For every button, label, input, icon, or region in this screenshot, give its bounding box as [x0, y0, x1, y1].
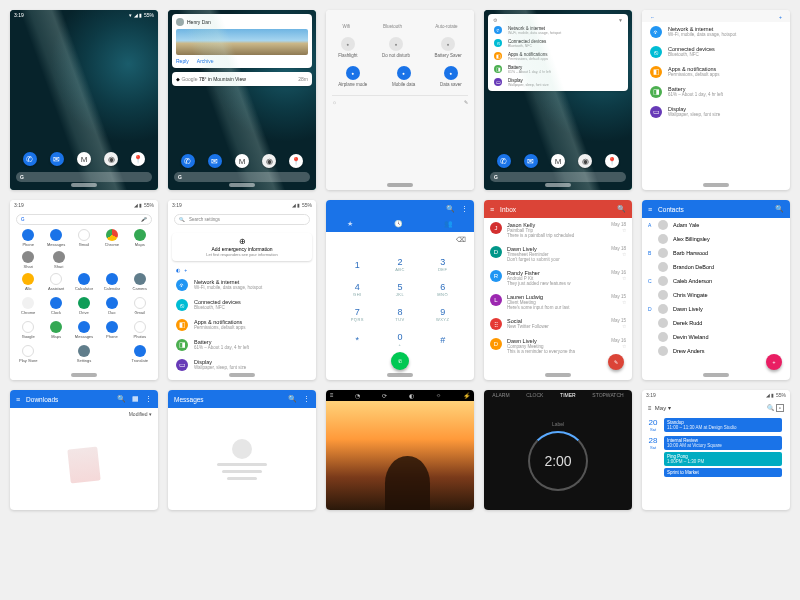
mail-item[interactable]: DDawn LivelyTimesheet ReminderDon't forg…: [484, 242, 632, 266]
app-gmail[interactable]: Gmail: [72, 229, 96, 247]
settings-item[interactable]: ▭DisplayWallpaper, sleep, font size: [168, 355, 316, 375]
archive-action[interactable]: Archive: [197, 58, 214, 64]
app-calculator[interactable]: Calculator: [72, 273, 96, 291]
settings-item[interactable]: ◧Apps & notificationsPermissions, defaul…: [642, 62, 790, 82]
dock-app-maps[interactable]: 📍: [131, 152, 145, 166]
mail-item[interactable]: LLauren LudwigClient MeetingHere's some …: [484, 290, 632, 314]
contact-item[interactable]: Brandon DeBord: [642, 260, 790, 274]
search-icon[interactable]: 🔍: [446, 205, 455, 213]
dialkey-0[interactable]: 0+: [379, 327, 422, 352]
motion-icon[interactable]: ◐: [409, 392, 414, 399]
app-assistant[interactable]: Assistant: [44, 273, 68, 291]
calendar-event[interactable]: Internal Review10:00 AM at Victory Squar…: [664, 436, 782, 450]
settings-item[interactable]: ⎋Connected devicesBluetooth, NFC: [490, 37, 626, 50]
dialkey-6[interactable]: 6MNO: [421, 277, 464, 302]
app-translate[interactable]: Translate: [128, 345, 152, 363]
sort-dropdown[interactable]: Modified ▾: [129, 411, 152, 417]
call-button[interactable]: ✆: [391, 352, 409, 370]
menu-icon[interactable]: ≡: [648, 405, 652, 411]
dialkey-8[interactable]: 8TUV: [379, 302, 422, 327]
nav-pill[interactable]: [71, 373, 97, 377]
compose-fab[interactable]: ✎: [608, 354, 624, 370]
app-allo[interactable]: Allo: [16, 273, 40, 291]
search-icon[interactable]: 🔍: [617, 205, 626, 213]
contact-item[interactable]: BBarb Harwood: [642, 246, 790, 260]
dock-app-phone[interactable]: ✆: [497, 154, 511, 168]
dock-app-messages[interactable]: ✉: [50, 152, 64, 166]
settings-item[interactable]: ▭DisplayWallpaper, sleep, font size: [642, 102, 790, 122]
overflow-icon[interactable]: ⋮: [303, 395, 310, 403]
timer-label[interactable]: Label: [552, 421, 564, 427]
dialkey-9[interactable]: 9WXYZ: [421, 302, 464, 327]
timer-dial[interactable]: 2:00: [528, 431, 588, 491]
nav-pill[interactable]: [703, 183, 729, 187]
weather-card[interactable]: ◆ Google 78° in Mountain View 28m: [172, 72, 312, 86]
mail-item[interactable]: DDawn LivelyCompany MeetingThis is a rem…: [484, 334, 632, 358]
dock-app-gmail[interactable]: M: [551, 154, 565, 168]
settings-item[interactable]: ᯤNetwork & internetWi-Fi, mobile, data u…: [168, 275, 316, 295]
app-duo[interactable]: Duo: [100, 297, 124, 315]
hdr-icon[interactable]: ⟳: [382, 392, 387, 399]
drawer-search[interactable]: G 🎤: [16, 214, 152, 225]
settings-item[interactable]: ᯤNetwork & internetWi-Fi, mobile, data u…: [642, 22, 790, 42]
dock-app-phone[interactable]: ✆: [23, 152, 37, 166]
app-phone[interactable]: Phone: [100, 321, 124, 339]
dock-app-messages[interactable]: ✉: [524, 154, 538, 168]
settings-item[interactable]: ⎋Connected devicesBluetooth, NFC: [168, 295, 316, 315]
app-chrome[interactable]: Chrome: [100, 229, 124, 247]
mic-icon[interactable]: 🎤: [141, 217, 147, 222]
contact-item[interactable]: Alex Billingsley: [642, 232, 790, 246]
dock-app-gmail[interactable]: M: [235, 154, 249, 168]
dock-app-chrome[interactable]: ◉: [262, 154, 276, 168]
contact-item[interactable]: Derek Rudd: [642, 316, 790, 330]
mail-item[interactable]: JJason KellyPaintball TripThere is a pai…: [484, 218, 632, 242]
backspace-icon[interactable]: ⌫: [456, 236, 466, 244]
app-drive[interactable]: Drive: [72, 297, 96, 315]
overflow-icon[interactable]: ⋮: [145, 395, 152, 403]
google-search-pill[interactable]: G: [490, 172, 626, 182]
dock-app-gmail[interactable]: M: [77, 152, 91, 166]
nav-pill[interactable]: [71, 183, 97, 187]
qs-plane[interactable]: ●Airplane mode: [338, 66, 367, 87]
tab-alarm[interactable]: ALARM: [492, 392, 509, 398]
qs-flash[interactable]: ●Flashlight: [338, 37, 357, 58]
app-messages[interactable]: Messages: [72, 321, 96, 339]
app-phone[interactable]: Phone: [16, 229, 40, 247]
calendar-event[interactable]: Ping Pong1:00PM – 1:30 PM: [664, 452, 782, 466]
app-maps[interactable]: Maps: [128, 229, 152, 247]
search-icon[interactable]: 🔍: [775, 205, 784, 213]
contact-item[interactable]: Devin Wieland: [642, 330, 790, 344]
dock-app-chrome[interactable]: ◉: [578, 154, 592, 168]
contact-item[interactable]: AAdam Yale: [642, 218, 790, 232]
nav-pill[interactable]: [545, 373, 571, 377]
reply-action[interactable]: Reply: [176, 58, 189, 64]
dialkey-5[interactable]: 5JKL: [379, 277, 422, 302]
settings-overlay[interactable]: ⚙▼ ᯤNetwork & internetWi-Fi, mobile, dat…: [488, 14, 628, 91]
dock-app-maps[interactable]: 📍: [289, 154, 303, 168]
calendar-event[interactable]: Sprint to Market: [664, 468, 782, 477]
tab-stopwatch[interactable]: STOPWATCH: [592, 392, 623, 398]
calendar-event[interactable]: Standup11:00 – 11:30 AM at Design Studio: [664, 418, 782, 432]
suggested-contact[interactable]: Shari: [46, 251, 70, 269]
today-icon[interactable]: ▫: [776, 404, 784, 412]
menu-icon[interactable]: ≡: [648, 206, 652, 213]
settings-item[interactable]: ◧Apps & notificationsPermissions, defaul…: [168, 315, 316, 335]
search-icon[interactable]: 🔍: [288, 395, 297, 403]
camera-viewfinder[interactable]: [326, 401, 474, 510]
app-chrome[interactable]: Chrome: [16, 297, 40, 315]
contact-item[interactable]: CCaleb Anderson: [642, 274, 790, 288]
add-icon[interactable]: +: [779, 14, 782, 20]
search-icon[interactable]: 🔍: [767, 405, 774, 411]
app-photos[interactable]: Photos: [128, 321, 152, 339]
back-icon[interactable]: ←: [650, 14, 655, 20]
settings-search[interactable]: 🔍 Search settings: [174, 214, 310, 225]
view-icon[interactable]: ▦: [132, 395, 139, 403]
timer-icon[interactable]: ◔: [355, 392, 360, 399]
qs-batt[interactable]: ●Battery Saver: [434, 37, 461, 58]
mail-item[interactable]: ⠿SocialNew Twitter FollowerMay 15☆: [484, 314, 632, 334]
settings-item[interactable]: ⎋Connected devicesBluetooth, NFC: [642, 42, 790, 62]
dialkey-7[interactable]: 7PQRS: [336, 302, 379, 327]
settings-item[interactable]: ◨Battery61% – About 1 day, 4 hr left: [490, 63, 626, 76]
google-search-pill[interactable]: G: [174, 172, 310, 182]
dock-app-messages[interactable]: ✉: [208, 154, 222, 168]
